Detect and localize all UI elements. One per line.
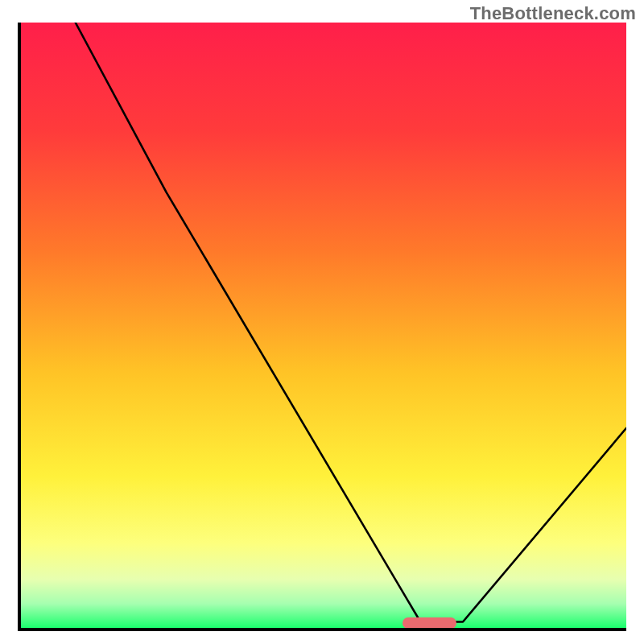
watermark-text: TheBottleneck.com — [470, 3, 636, 24]
chart-frame: TheBottleneck.com — [0, 0, 644, 644]
optimal-range-marker — [402, 617, 457, 628]
bottleneck-curve — [21, 23, 626, 628]
plot-area — [21, 23, 626, 628]
chart-axes — [18, 23, 626, 631]
